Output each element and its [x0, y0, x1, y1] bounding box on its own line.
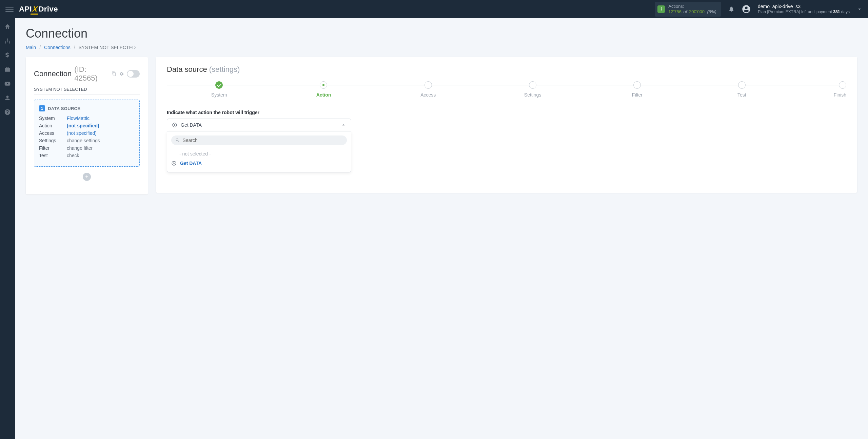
action-search-box[interactable]: [171, 135, 347, 145]
action-option-get-data[interactable]: Get DATA: [171, 159, 347, 168]
step-filter[interactable]: [633, 81, 641, 89]
account-block[interactable]: demo_apix-drive_s3 Plan |Premium EXTRA| …: [758, 4, 850, 14]
data-source-label: DATA SOURCE: [48, 106, 80, 111]
connection-id: (ID: 42565): [74, 65, 108, 83]
step-label-action: Action: [316, 92, 331, 98]
logo-drive: Drive: [38, 5, 58, 14]
step-label-settings: Settings: [524, 92, 541, 98]
logo-x: X: [32, 5, 38, 14]
sidebar-connections[interactable]: [0, 34, 15, 48]
play-icon: [172, 122, 177, 128]
sidebar-briefcase[interactable]: [0, 62, 15, 77]
sidebar-help[interactable]: [0, 105, 15, 119]
divider: [34, 95, 140, 95]
step-finish[interactable]: [839, 81, 846, 89]
action-select[interactable]: Get DATA: [167, 119, 351, 131]
ds-val-system[interactable]: FlowMattic: [67, 116, 90, 121]
action-search-input[interactable]: [182, 138, 343, 143]
sidebar-home[interactable]: [0, 20, 15, 34]
main: Connection Main / Connections / SYSTEM N…: [15, 18, 868, 203]
step-test[interactable]: [738, 81, 746, 89]
chevron-down-icon[interactable]: [856, 6, 863, 12]
step-label-test: Test: [737, 92, 746, 98]
chevron-up-icon: [341, 122, 346, 128]
settings-title: Data source (settings): [167, 65, 846, 74]
avatar-icon[interactable]: [742, 4, 751, 14]
connection-title: Connection: [34, 69, 72, 78]
actions-current: 12'756: [668, 9, 682, 14]
ds-key-filter: Filter: [39, 145, 67, 151]
action-selected-value: Get DATA: [181, 122, 202, 128]
copy-icon[interactable]: [111, 71, 116, 77]
topbar: API X Drive i Actions: 12'756 of 200'000…: [0, 0, 868, 18]
ds-key-action: Action: [39, 123, 67, 128]
search-icon: [175, 138, 180, 143]
breadcrumb: Main / Connections / SYSTEM NOT SELECTED: [26, 45, 857, 50]
bell-icon[interactable]: [728, 6, 735, 13]
step-label-filter: Filter: [632, 92, 643, 98]
logo-api: API: [19, 5, 32, 14]
connection-subtitle: SYSTEM NOT SELECTED: [34, 87, 140, 92]
action-form-label: Indicate what action the robot will trig…: [167, 110, 846, 115]
ds-key-system: System: [39, 116, 67, 121]
page-title: Connection: [26, 26, 857, 41]
sidebar-billing[interactable]: [0, 48, 15, 62]
step-system[interactable]: [215, 81, 223, 89]
actions-max: 200'000: [689, 9, 705, 14]
sidebar-profile[interactable]: [0, 91, 15, 105]
actions-of: of: [684, 9, 687, 14]
ds-key-settings: Settings: [39, 138, 67, 143]
actions-pct: (6%): [707, 9, 716, 14]
actions-numbers: 12'756 of 200'000 (6%): [668, 9, 716, 15]
ds-key-test: Test: [39, 153, 67, 158]
step-access[interactable]: [425, 81, 432, 89]
action-dropdown: - not selected - Get DATA: [167, 131, 351, 172]
crumb-main[interactable]: Main: [26, 45, 36, 50]
actions-label: Actions:: [668, 4, 716, 9]
play-icon: [171, 161, 177, 166]
data-source-number: 1: [39, 105, 45, 111]
ds-val-access[interactable]: (not specified): [67, 130, 97, 136]
action-option-none: - not selected -: [171, 149, 347, 159]
sidebar: [0, 18, 15, 203]
connection-toggle[interactable]: [127, 70, 140, 78]
crumb-current: SYSTEM NOT SELECTED: [79, 45, 136, 50]
sidebar-youtube[interactable]: [0, 77, 15, 91]
gear-icon[interactable]: [119, 71, 124, 77]
data-source-box[interactable]: 1 DATA SOURCE SystemFlowMattic Action(no…: [34, 100, 140, 167]
ds-val-action[interactable]: (not specified): [67, 123, 99, 128]
account-name: demo_apix-drive_s3: [758, 4, 850, 9]
step-label-access: Access: [420, 92, 436, 98]
action-select-wrap: Get DATA - not selected - Get DATA: [167, 119, 351, 172]
step-action[interactable]: [320, 81, 327, 89]
step-settings[interactable]: [529, 81, 536, 89]
connection-card: Connection (ID: 42565) SYSTEM NOT SELECT…: [26, 57, 148, 194]
ds-val-settings[interactable]: change settings: [67, 138, 100, 143]
step-label-finish: Finish: [834, 92, 846, 98]
crumb-connections[interactable]: Connections: [44, 45, 71, 50]
add-destination-button[interactable]: +: [83, 173, 91, 181]
ds-val-filter[interactable]: change filter: [67, 145, 93, 151]
stepper: System Action Access Settings Filter Tes…: [167, 81, 846, 98]
hamburger-menu[interactable]: [5, 7, 14, 12]
actions-counter[interactable]: i Actions: 12'756 of 200'000 (6%): [655, 2, 721, 16]
ds-val-test[interactable]: check: [67, 153, 79, 158]
topbar-right: i Actions: 12'756 of 200'000 (6%) demo_a…: [655, 2, 863, 16]
settings-card: Data source (settings) System Action Acc…: [156, 57, 857, 193]
ds-key-access: Access: [39, 130, 67, 136]
logo[interactable]: API X Drive: [19, 5, 58, 14]
step-label-system: System: [211, 92, 227, 98]
info-icon: i: [657, 5, 665, 13]
account-plan: Plan |Premium EXTRA| left until payment …: [758, 9, 850, 14]
